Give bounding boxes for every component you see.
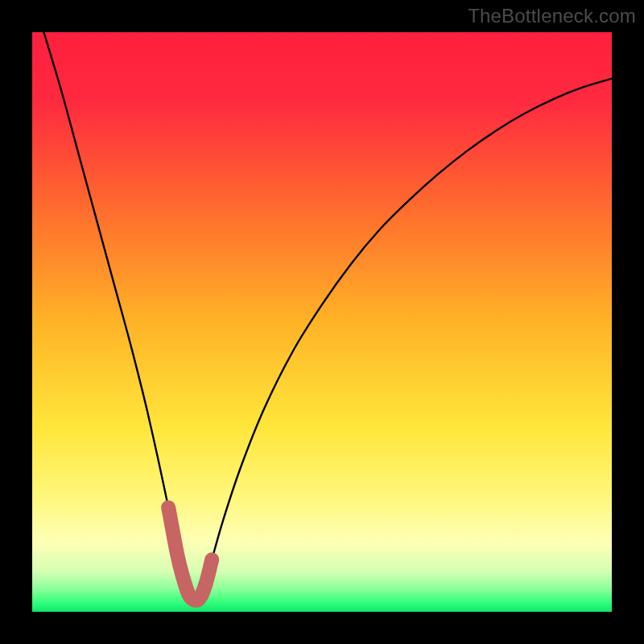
- chart-frame: TheBottleneck.com: [0, 0, 644, 644]
- plot-area: [32, 32, 612, 612]
- watermark-text: TheBottleneck.com: [468, 5, 636, 27]
- gradient-background: [32, 32, 612, 612]
- svg-rect-0: [32, 32, 612, 612]
